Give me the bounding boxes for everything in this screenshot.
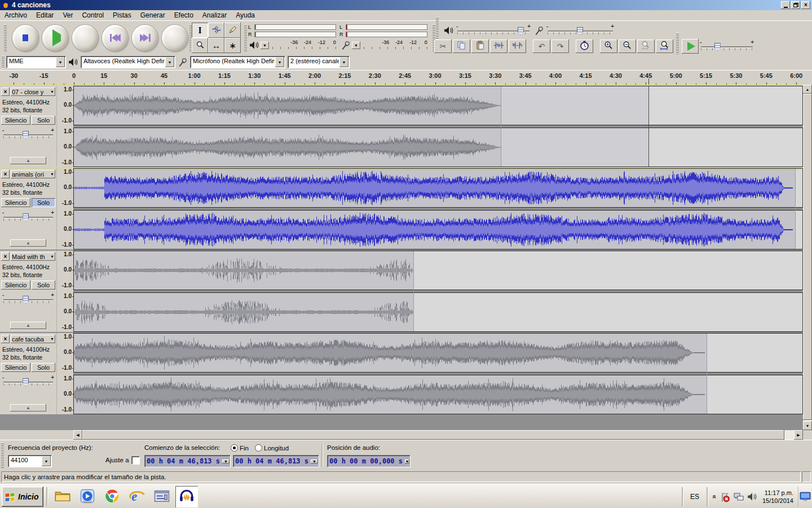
quicklaunch-internet-explorer[interactable]: e — [126, 486, 148, 507]
start-button[interactable]: Inicio — [2, 487, 43, 507]
track-gain-slider[interactable]: -+ — [2, 129, 54, 140]
track-gain-slider[interactable]: -+ — [2, 376, 54, 387]
meter-dropdown-button[interactable]: ▼ — [261, 42, 269, 49]
track-collapse-button[interactable]: ▲ — [10, 322, 46, 329]
radio-end-icon[interactable] — [231, 444, 238, 452]
track-waveform[interactable] — [73, 86, 803, 167]
selection-start-field[interactable]: 00 h 04 m 46,813 s ▼ — [144, 455, 231, 467]
quicklaunch-documents[interactable] — [151, 486, 173, 507]
output-volume-slider[interactable]: -+ — [456, 25, 531, 36]
zoom-in-button[interactable] — [600, 40, 617, 53]
clock[interactable]: 11:17 p.m. 15/10/2014 — [762, 489, 793, 505]
vertical-scroll-thumb[interactable] — [803, 94, 812, 420]
record-button[interactable] — [162, 25, 188, 51]
minimize-button[interactable] — [781, 1, 790, 9]
quicklaunch-chrome[interactable] — [101, 486, 123, 507]
input-volume-slider[interactable]: -+ — [546, 25, 614, 36]
radio-length-icon[interactable] — [255, 444, 262, 452]
network-icon[interactable] — [734, 492, 744, 501]
toolbar-grip[interactable] — [1, 443, 4, 468]
output-device-select[interactable]: Altavoces (Realtek High Definit ▼ — [81, 56, 175, 68]
playback-meter[interactable]: L R ▼ -36-24-120 — [248, 23, 337, 53]
chevron-down-icon[interactable]: ▼ — [165, 57, 174, 67]
menu-generar[interactable]: Generar — [136, 11, 170, 20]
security-alert-icon[interactable] — [720, 492, 730, 501]
scroll-left-button[interactable]: ◀ — [73, 430, 82, 440]
track-mute-button[interactable]: Silencio — [1, 198, 30, 207]
paste-button[interactable] — [471, 40, 489, 53]
forward-button[interactable] — [132, 25, 158, 51]
menu-editar[interactable]: Editar — [32, 11, 58, 20]
menu-control[interactable]: Control — [77, 11, 108, 20]
chevron-down-icon[interactable]: ▼ — [311, 459, 318, 463]
undo-button[interactable]: ↶ — [533, 40, 550, 53]
track-solo-button[interactable]: Solo — [32, 198, 55, 207]
toolbar-grip[interactable] — [244, 24, 247, 51]
track-solo-button[interactable]: Solo — [32, 363, 55, 372]
scroll-right-button[interactable]: ▶ — [794, 430, 803, 440]
quicklaunch-explorer[interactable] — [51, 486, 74, 507]
gain-slider[interactable]: -+ — [2, 376, 54, 387]
track-close-button[interactable]: × — [1, 335, 10, 343]
copy-button[interactable] — [453, 40, 470, 53]
track-mute-button[interactable]: Silencio — [1, 281, 30, 290]
horizontal-scrollbar[interactable]: ◀ ▶ — [73, 430, 803, 440]
menu-archivo[interactable]: Archivo — [0, 11, 32, 20]
zoom-fit-button[interactable] — [656, 40, 673, 53]
close-button[interactable]: × — [801, 1, 810, 9]
track-waveform[interactable] — [73, 168, 803, 249]
track-collapse-button[interactable]: ▲ — [10, 404, 46, 411]
zoom-tool-button[interactable] — [192, 38, 208, 53]
track-title-dropdown[interactable]: Maid with th▼ — [11, 252, 55, 261]
zoom-sel-button[interactable] — [637, 40, 655, 53]
track-title-dropdown[interactable]: animals (ori▼ — [11, 170, 55, 178]
pause-button[interactable] — [12, 25, 38, 51]
menu-analizar[interactable]: Analizar — [198, 11, 231, 20]
track-collapse-button[interactable]: ▲ — [10, 239, 46, 247]
silence-button[interactable] — [509, 40, 526, 53]
rewind-button[interactable] — [102, 25, 128, 51]
track-title-dropdown[interactable]: 07 - close y▼ — [11, 87, 55, 96]
restore-button[interactable] — [791, 1, 800, 9]
track-gain-slider[interactable]: -+ — [2, 211, 54, 222]
track-solo-button[interactable]: Solo — [32, 116, 55, 125]
multi-tool-button[interactable]: ∗ — [224, 38, 241, 53]
cut-button[interactable]: ✂ — [434, 40, 452, 53]
track-waveform[interactable] — [73, 251, 803, 332]
toolbar-grip[interactable] — [4, 24, 7, 51]
stopwatch-button[interactable] — [576, 40, 593, 53]
timeshift-tool-button[interactable]: ↔ — [208, 38, 224, 53]
trim-button[interactable] — [490, 40, 508, 53]
vertical-scrollbar[interactable]: ▲ ▼ — [803, 85, 812, 430]
gain-slider[interactable]: -+ — [2, 129, 54, 140]
play-at-speed-button[interactable] — [682, 39, 699, 54]
chevron-down-icon[interactable]: ▼ — [275, 57, 284, 67]
track-close-button[interactable]: × — [1, 170, 10, 178]
track-close-button[interactable]: × — [1, 252, 10, 261]
snap-checkbox[interactable] — [131, 456, 140, 465]
timeline-ruler[interactable]: -30-1501530451:001:151:301:452:002:152:3… — [0, 70, 812, 86]
radio-length[interactable]: Longitud — [255, 444, 289, 452]
chevron-down-icon[interactable]: ▼ — [405, 459, 409, 463]
chevron-down-icon[interactable]: ▼ — [339, 57, 348, 67]
track-waveform[interactable] — [73, 333, 803, 414]
menu-pistas[interactable]: Pistas — [108, 11, 136, 20]
draw-tool-button[interactable] — [224, 23, 241, 38]
menu-ayuda[interactable]: Ayuda — [231, 11, 259, 20]
stop-button[interactable] — [72, 25, 98, 51]
menu-ver[interactable]: Ver — [58, 11, 77, 20]
gain-slider[interactable]: -+ — [2, 211, 54, 222]
toolbar-grip[interactable] — [2, 56, 5, 68]
language-indicator[interactable]: ES — [686, 493, 704, 501]
scroll-up-button[interactable]: ▲ — [803, 85, 812, 94]
selection-tool-button[interactable]: I — [192, 23, 208, 38]
meter-dropdown-button[interactable]: ▼ — [352, 42, 360, 49]
selection-end-field[interactable]: 00 h 04 m 46,813 s ▼ — [233, 455, 319, 467]
envelope-tool-button[interactable] — [208, 23, 224, 38]
chevron-down-icon[interactable]: ▼ — [42, 456, 51, 466]
redo-button[interactable]: ↷ — [551, 40, 569, 53]
audio-position-field[interactable]: 00 h 00 m 00,000 s ▼ — [327, 455, 411, 467]
recording-meter[interactable]: L R ▼ -36-24-120 — [339, 23, 429, 53]
hide-icons-chevron-icon[interactable]: « — [710, 493, 718, 501]
zoom-out-button[interactable] — [619, 40, 636, 53]
